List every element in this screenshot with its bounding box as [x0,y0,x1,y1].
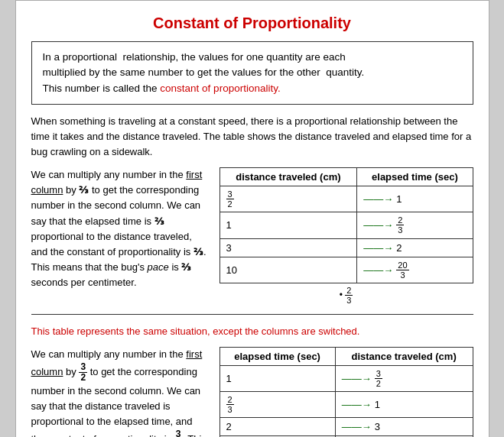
s1-r1c2: ——→ 1 [357,186,473,212]
s2-col1-header: elapsed time (sec) [219,348,335,366]
table-row: 2 ——→ 3 [219,418,473,436]
intro-box: In a proportional relationship, the valu… [31,41,473,105]
table-row: 1 ——→ 23 [219,212,473,238]
section2-container: We can multiply any number in the first … [31,347,473,437]
s1-col2-header: elapsed time (sec) [357,168,473,186]
pace-word: pace [148,261,169,273]
section2-left-text: We can multiply any number in the first … [31,347,207,437]
frac-2-3-ref3: ⅔ [193,246,203,257]
first-col-ref-1: first column [31,169,203,196]
s2-col2-header: distance traveled (cm) [335,348,473,366]
table-row: 23 ——→ 1 [219,392,473,418]
s2-r3c2: ——→ 3 [335,418,473,436]
frac-2-3-ref2: ⅔ [154,215,164,227]
table-row: 3 ——→ 2 [219,238,473,257]
table-row: 32 ——→ 1 [219,186,473,212]
s1-r4c2: ——→ 203 [357,257,473,283]
section1-left-text: We can multiply any number in the first … [31,167,207,290]
s2-r2c2: ——→ 1 [335,392,473,418]
frac-2-3-ref1: ⅔ [79,184,89,196]
section2-table-container: elapsed time (sec) distance traveled (cm… [219,347,473,437]
table-row: 10 ——→ 203 [219,257,473,283]
frac-2-3-ref4: ⅔ [181,261,191,273]
frac-3-2-ref2: 32 [174,433,183,437]
s1-r2c1: 1 [219,212,357,238]
section1-container: We can multiply any number in the first … [31,167,473,305]
s2-r2c1: 23 [219,392,335,418]
constant-label: constant of proportionality. [160,83,280,94]
s1-r1c1: 32 [219,186,357,212]
s1-r4c1: 10 [219,257,357,283]
s1-r3c2: ——→ 2 [357,238,473,257]
first-col-ref-2: first column [31,348,203,377]
body-paragraph-1: When something is traveling at a constan… [31,114,473,160]
intro-line1: In a proportional relationship, the valu… [43,50,462,96]
s1-col1-header: distance traveled (cm) [219,168,357,186]
section2-table: elapsed time (sec) distance traveled (cm… [219,347,473,437]
section-divider [31,314,473,315]
page: Constant of Proportionality In a proport… [15,0,489,437]
intro-line3: This number is called the constant of pr… [43,83,281,94]
s1-r2c2: ——→ 23 [357,212,473,238]
s2-r1c1: 1 [219,366,335,392]
s1-table-note: • 23 [219,286,473,305]
s2-r3c1: 2 [219,418,335,436]
section1-table-container: distance traveled (cm) elapsed time (sec… [219,167,473,305]
page-title: Constant of Proportionality [31,15,473,32]
s1-r3c1: 3 [219,238,357,257]
section1-table: distance traveled (cm) elapsed time (sec… [219,167,473,283]
table-row: 1 ——→ 32 [219,366,473,392]
s2-r1c2: ——→ 32 [335,366,473,392]
frac-3-2-ref1: 32 [79,366,87,377]
section2-intro: This table represents the same situation… [31,324,473,339]
